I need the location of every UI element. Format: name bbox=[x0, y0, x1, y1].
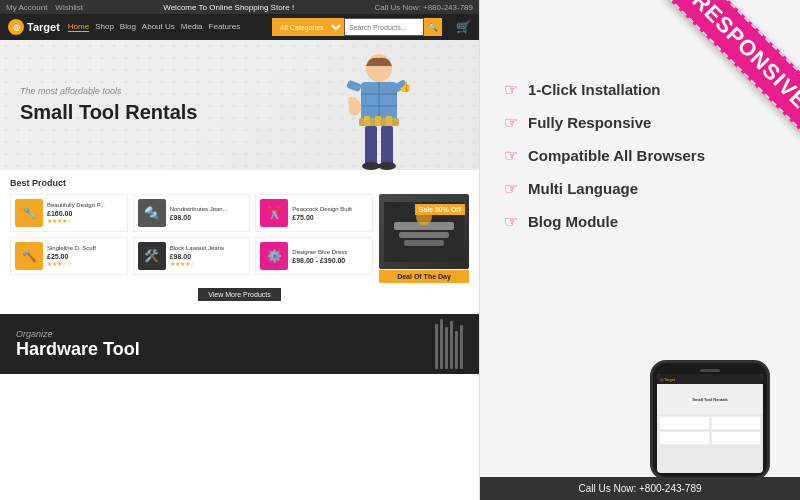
products-section-title: Best Product bbox=[10, 178, 469, 188]
feature-icon-installation: ☞ bbox=[504, 80, 518, 99]
product-price: £98.00 - £390.00 bbox=[292, 257, 368, 264]
deal-image: Sale 50% Off bbox=[379, 194, 469, 269]
hero-person-image: 👍 bbox=[339, 50, 419, 170]
product-info: Singleline D. Scuff £25.00 ★★★☆☆ bbox=[47, 245, 123, 267]
nav-home[interactable]: Home bbox=[68, 22, 89, 32]
hero-title: Small Tool Rentals bbox=[20, 100, 197, 124]
phone-nav-logo: ◎ Target bbox=[660, 377, 675, 382]
phone-speaker bbox=[700, 369, 720, 372]
svg-rect-21 bbox=[399, 232, 449, 238]
top-bar-message: Welcome To Online Shopping Store ! bbox=[163, 3, 294, 12]
svg-rect-8 bbox=[386, 116, 392, 126]
product-price: £160.00 bbox=[47, 210, 123, 217]
product-price: £98.00 bbox=[170, 214, 246, 221]
product-item[interactable]: 🔧 Beautifully Design P... £160.00 ★★★★☆ bbox=[10, 194, 128, 232]
product-price: £98.00 bbox=[170, 253, 246, 260]
product-name: Designer Blue Dress bbox=[292, 249, 368, 255]
phone-mockup-area: ◎ Target Small Tool Rentals bbox=[600, 340, 800, 500]
product-price: £25.00 bbox=[47, 253, 123, 260]
phone-product-4 bbox=[711, 431, 762, 445]
phone-screen-nav: ◎ Target bbox=[657, 374, 763, 384]
search-button[interactable]: 🔍 bbox=[424, 18, 442, 36]
product-info: Peaccock Design Built £75.00 bbox=[292, 206, 368, 221]
nav-search: All Categories 🔍 bbox=[272, 18, 442, 36]
product-name: Beautifully Design P... bbox=[47, 202, 123, 208]
product-thumb: 🔧 bbox=[15, 199, 43, 227]
hero-text: The most affordable tools Small Tool Ren… bbox=[20, 86, 197, 124]
products-list: 🔧 Beautifully Design P... £160.00 ★★★★☆ … bbox=[10, 194, 373, 275]
phone-product-3 bbox=[659, 431, 710, 445]
wishlist-link[interactable]: Wishlist bbox=[55, 3, 83, 12]
product-item[interactable]: ✂️ Peaccock Design Built £75.00 bbox=[255, 194, 373, 232]
bottom-title: Hardware Tool bbox=[16, 339, 140, 360]
product-item[interactable]: 🛠️ Block Lawsuit Jeans £98.00 ★★★★☆ bbox=[133, 237, 251, 275]
feature-icon-blog: ☞ bbox=[504, 212, 518, 231]
svg-rect-9 bbox=[365, 126, 377, 166]
product-stars: ★★★☆☆ bbox=[47, 260, 123, 267]
bottom-organize: Organize bbox=[16, 329, 140, 339]
feature-text-language: Multi Language bbox=[528, 180, 638, 197]
phone-screen: ◎ Target Small Tool Rentals bbox=[657, 374, 763, 473]
svg-rect-10 bbox=[381, 126, 393, 166]
svg-point-17 bbox=[362, 162, 380, 170]
svg-rect-11 bbox=[346, 80, 362, 92]
logo[interactable]: ◎ Target bbox=[8, 19, 60, 35]
product-item[interactable]: 🔨 Singleline D. Scuff £25.00 ★★★☆☆ bbox=[10, 237, 128, 275]
top-bar: My Account Wishlist Welcome To Online Sh… bbox=[0, 0, 479, 14]
hero-section: The most affordable tools Small Tool Ren… bbox=[0, 40, 479, 170]
cart-icon[interactable]: 🛒 bbox=[456, 20, 471, 34]
svg-point-18 bbox=[378, 162, 396, 170]
product-name: Peaccock Design Built bbox=[292, 206, 368, 212]
nav-shop[interactable]: Shop bbox=[95, 22, 114, 32]
product-thumb: 🔩 bbox=[138, 199, 166, 227]
top-bar-links: My Account Wishlist bbox=[6, 3, 83, 12]
product-info: Beautifully Design P... £160.00 ★★★★☆ bbox=[47, 202, 123, 224]
product-price: £75.00 bbox=[292, 214, 368, 221]
phone-product-1 bbox=[659, 416, 710, 430]
product-thumb: 🔨 bbox=[15, 242, 43, 270]
svg-rect-22 bbox=[404, 240, 444, 246]
deal-label: Deal Of The Day bbox=[379, 270, 469, 283]
deal-sale-badge: Sale 50% Off bbox=[415, 204, 465, 215]
logo-icon: ◎ bbox=[8, 19, 24, 35]
screwdrivers-illustration bbox=[435, 319, 463, 369]
info-panel: RESPONSIVE ☞ 1-Click Installation ☞ Full… bbox=[480, 0, 800, 500]
nav-links: Home Shop Blog About Us Media Features bbox=[68, 22, 240, 32]
feature-item-blog: ☞ Blog Module bbox=[504, 212, 776, 231]
feature-icon-browsers: ☞ bbox=[504, 146, 518, 165]
product-name: Nondistributes Jean... bbox=[170, 206, 246, 212]
ribbon-wrapper: RESPONSIVE bbox=[630, 0, 800, 170]
nav-about[interactable]: About Us bbox=[142, 22, 175, 32]
nav-features[interactable]: Features bbox=[209, 22, 241, 32]
feature-icon-language: ☞ bbox=[504, 179, 518, 198]
category-select[interactable]: All Categories bbox=[272, 18, 344, 36]
products-section: Best Product 🔧 Beautifully Design P... £… bbox=[0, 170, 479, 314]
view-more-button[interactable]: View More Products bbox=[198, 288, 281, 301]
product-stars: ★★★★☆ bbox=[47, 217, 123, 224]
nav-media[interactable]: Media bbox=[181, 22, 203, 32]
deal-banner[interactable]: Sale 50% Off Deal Of The Day bbox=[379, 194, 469, 283]
phone-product-2 bbox=[711, 416, 762, 430]
nav-blog[interactable]: Blog bbox=[120, 22, 136, 32]
bottom-section: Organize Hardware Tool bbox=[0, 314, 479, 374]
search-input[interactable] bbox=[344, 18, 424, 36]
phone-number: Call Us Now: +880-243-789 bbox=[375, 3, 474, 12]
svg-rect-6 bbox=[364, 116, 370, 126]
website-preview: My Account Wishlist Welcome To Online Sh… bbox=[0, 0, 480, 500]
product-thumb: ✂️ bbox=[260, 199, 288, 227]
product-info: Block Lawsuit Jeans £98.00 ★★★★☆ bbox=[170, 245, 246, 267]
product-item[interactable]: ⚙️ Designer Blue Dress £98.00 - £390.00 bbox=[255, 237, 373, 275]
feature-text-blog: Blog Module bbox=[528, 213, 618, 230]
svg-rect-7 bbox=[375, 116, 381, 126]
feature-item-language: ☞ Multi Language bbox=[504, 179, 776, 198]
product-item[interactable]: 🔩 Nondistributes Jean... £98.00 bbox=[133, 194, 251, 232]
product-thumb: 🛠️ bbox=[138, 242, 166, 270]
my-account-link[interactable]: My Account bbox=[6, 3, 47, 12]
products-grid: 🔧 Beautifully Design P... £160.00 ★★★★☆ … bbox=[10, 194, 469, 283]
hero-subtitle: The most affordable tools bbox=[20, 86, 197, 96]
phone-screen-content bbox=[657, 414, 763, 447]
top-bar-contact: Call Us Now: +880-243-789 bbox=[375, 3, 474, 12]
product-thumb: ⚙️ bbox=[260, 242, 288, 270]
call-bar: Call Us Now: +800-243-789 bbox=[480, 477, 800, 500]
nav-bar: ◎ Target Home Shop Blog About Us Media F… bbox=[0, 14, 479, 40]
